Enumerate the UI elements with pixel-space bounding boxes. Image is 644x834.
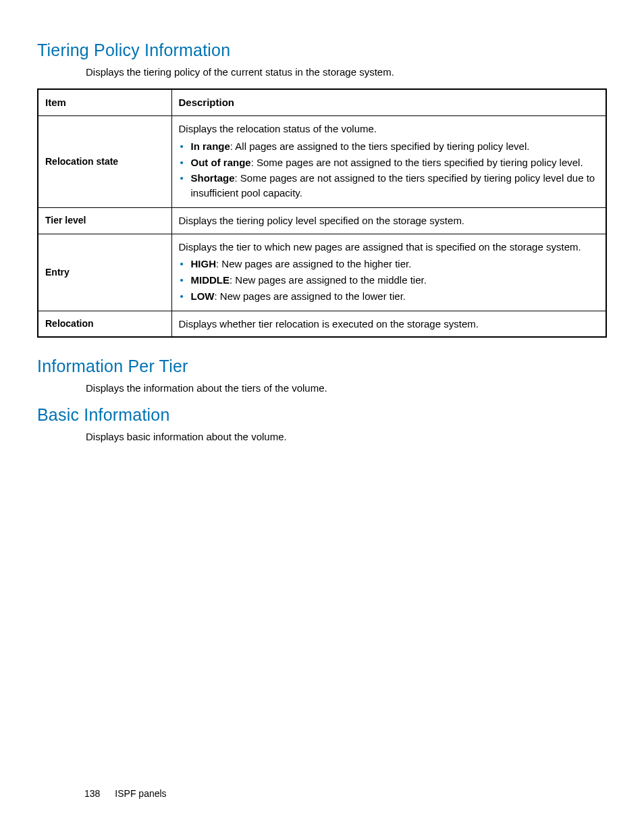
cell-desc-entry: Displays the tier to which new pages are… xyxy=(171,234,606,311)
table-row: Relocation Displays whether tier relocat… xyxy=(38,311,606,337)
bullet-text: : Some pages are not assigned to the tie… xyxy=(191,172,595,199)
bullet-label: In range xyxy=(191,140,230,152)
list-item: Out of range: Some pages are not assigne… xyxy=(179,155,599,170)
page-footer: 138ISPF panels xyxy=(84,788,167,799)
desc-lead: Displays the relocation status of the vo… xyxy=(179,123,377,134)
cell-desc-relocation: Displays whether tier relocation is exec… xyxy=(171,311,606,337)
bullet-text: : New pages are assigned to the lower ti… xyxy=(215,290,406,302)
bullet-text: : New pages are assigned to the middle t… xyxy=(230,274,427,286)
bullet-label: HIGH xyxy=(191,258,217,269)
bullet-text: : All pages are assigned to the tiers sp… xyxy=(230,140,530,152)
list-item: LOW: New pages are assigned to the lower… xyxy=(179,289,599,304)
table-row: Entry Displays the tier to which new pag… xyxy=(38,234,606,311)
intro-information-per-tier: Displays the information about the tiers… xyxy=(86,382,607,395)
cell-desc-tier-level: Displays the tiering policy level specif… xyxy=(171,207,606,234)
col-header-description: Description xyxy=(171,89,606,115)
bullet-label: MIDDLE xyxy=(191,274,230,286)
bullet-label: LOW xyxy=(191,290,215,302)
heading-information-per-tier: Information Per Tier xyxy=(37,357,607,376)
cell-item-tier-level: Tier level xyxy=(38,207,171,234)
tiering-policy-table: Item Description Relocation state Displa… xyxy=(37,88,607,338)
list-item: In range: All pages are assigned to the … xyxy=(179,139,599,154)
bullet-label: Shortage xyxy=(191,172,235,184)
intro-tiering-policy: Displays the tiering policy of the curre… xyxy=(86,66,607,79)
heading-tiering-policy: Tiering Policy Information xyxy=(37,41,607,60)
desc-bullet-list: HIGH: New pages are assigned to the high… xyxy=(179,257,599,303)
table-header-row: Item Description xyxy=(38,89,606,115)
page-number: 138 xyxy=(84,788,100,799)
list-item: MIDDLE: New pages are assigned to the mi… xyxy=(179,273,599,288)
table-row: Tier level Displays the tiering policy l… xyxy=(38,207,606,234)
cell-item-entry: Entry xyxy=(38,234,171,311)
cell-item-relocation: Relocation xyxy=(38,311,171,337)
chapter-title: ISPF panels xyxy=(115,788,166,799)
col-header-item: Item xyxy=(38,89,171,115)
page-root: Tiering Policy Information Displays the … xyxy=(0,0,644,834)
table-row: Relocation state Displays the relocation… xyxy=(38,116,606,208)
cell-desc-relocation-state: Displays the relocation status of the vo… xyxy=(171,116,606,208)
desc-bullet-list: In range: All pages are assigned to the … xyxy=(179,139,599,201)
desc-lead: Displays the tier to which new pages are… xyxy=(179,241,581,253)
heading-basic-information: Basic Information xyxy=(37,405,607,425)
bullet-text: : Some pages are not assigned to the tie… xyxy=(251,157,583,168)
list-item: HIGH: New pages are assigned to the high… xyxy=(179,257,599,271)
list-item: Shortage: Some pages are not assigned to… xyxy=(179,171,599,201)
intro-basic-information: Displays basic information about the vol… xyxy=(86,430,607,444)
bullet-text: : New pages are assigned to the higher t… xyxy=(216,258,411,269)
cell-item-relocation-state: Relocation state xyxy=(38,116,171,208)
bullet-label: Out of range xyxy=(191,157,251,168)
